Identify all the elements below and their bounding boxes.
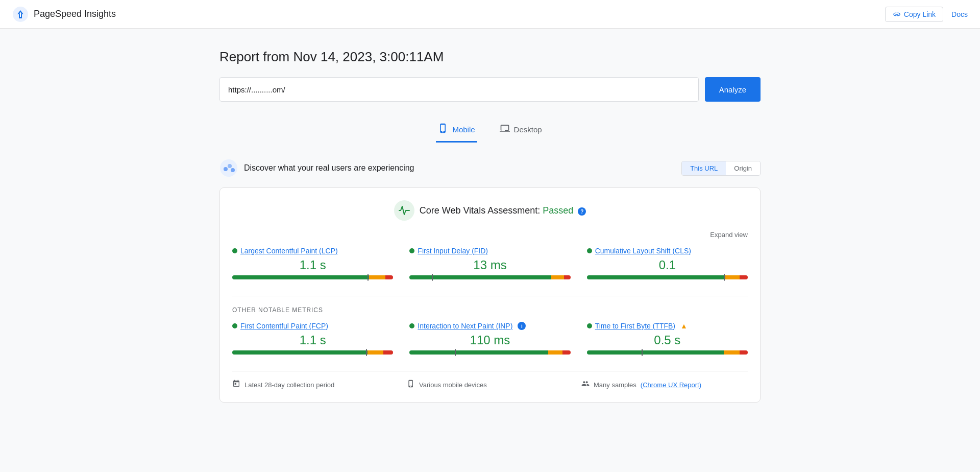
metric-fcp-name[interactable]: First Contentful Paint (FCP) (240, 322, 328, 330)
tab-desktop-label: Desktop (514, 125, 542, 134)
metric-cls-dot (587, 248, 592, 253)
metric-inp-bar (409, 350, 570, 355)
footer-samples-link[interactable]: (Chrome UX Report) (641, 381, 701, 389)
footer-samples: Many samples(Chrome UX Report) (581, 380, 748, 390)
expand-view[interactable]: Expand view (232, 231, 748, 239)
footer-devices-icon (407, 380, 415, 390)
pulse-icon (398, 204, 410, 217)
metric-ttfb-bar-good (587, 350, 724, 355)
view-tabs: Mobile Desktop (219, 118, 761, 143)
metric-fcp-bar-container (232, 350, 393, 355)
metric-cls-value: 0.1 (587, 258, 748, 272)
svg-point-2 (224, 167, 228, 171)
metric-fcp-bar-needs (368, 350, 384, 355)
metric-fid-bar (409, 275, 570, 279)
metric-fid-name[interactable]: First Input Delay (FID) (418, 247, 488, 255)
header-left: PageSpeed Insights (12, 6, 116, 22)
metric-inp-name[interactable]: Interaction to Next Paint (INP) (418, 322, 512, 330)
footer-info: Latest 28-day collection periodVarious m… (232, 371, 748, 390)
metric-inp-bar-needs (548, 350, 562, 355)
app-header: PageSpeed Insights Copy Link Docs (0, 0, 980, 29)
metric-fid-dot (409, 248, 414, 253)
assessment-info-icon[interactable]: ? (578, 207, 586, 216)
metric-fid-bar-container (409, 275, 570, 279)
metric-cls-name[interactable]: Cumulative Layout Shift (CLS) (595, 247, 691, 255)
metric-lcp-bar-container (232, 275, 393, 279)
metric-lcp-value: 1.1 s (232, 258, 393, 272)
svg-point-1 (220, 159, 237, 177)
metric-lcp-bar-poor (385, 275, 394, 279)
metric-inp-dot (409, 323, 414, 328)
footer-collection-text: Latest 28-day collection period (244, 381, 334, 389)
metrics-divider (232, 296, 748, 296)
other-metrics-label: OTHER NOTABLE METRICS (232, 306, 748, 314)
metric-fcp: First Contentful Paint (FCP)1.1 s (232, 322, 393, 355)
metric-lcp-bar (232, 275, 393, 279)
metric-fid: First Input Delay (FID)13 ms (409, 247, 570, 279)
metric-fcp-bar-poor (383, 350, 393, 355)
metric-lcp-name[interactable]: Largest Contentful Paint (LCP) (240, 247, 338, 255)
metric-fid-bar-poor (564, 275, 571, 279)
metric-cls-bar-poor (740, 275, 748, 279)
metric-ttfb-bar-container (587, 350, 748, 355)
metric-ttfb-bar-needs (724, 350, 740, 355)
footer-collection-icon (232, 380, 240, 390)
tab-desktop[interactable]: Desktop (498, 118, 544, 143)
report-date: Report from Nov 14, 2023, 3:00:11AM (219, 49, 761, 65)
metric-lcp-dot (232, 248, 237, 253)
desktop-icon (500, 123, 510, 136)
svg-point-4 (231, 168, 235, 172)
metric-ttfb-dot (587, 323, 592, 328)
cwv-section: Core Web Vitals Assessment: Passed ? Exp… (219, 187, 761, 403)
tab-mobile[interactable]: Mobile (436, 118, 477, 143)
metric-ttfb-value: 0.5 s (587, 333, 748, 347)
svg-point-3 (228, 164, 232, 168)
assessment-icon (394, 200, 414, 221)
main-content: Report from Nov 14, 2023, 3:00:11AM Anal… (209, 29, 771, 423)
metric-cls-bar-needs (725, 275, 740, 279)
metric-ttfb-name[interactable]: Time to First Byte (TTFB) (595, 322, 675, 330)
expand-view-label: Expand view (710, 231, 748, 239)
metric-cls-bar-marker (724, 274, 725, 281)
metric-lcp-label-row: Largest Contentful Paint (LCP) (232, 247, 393, 255)
docs-link[interactable]: Docs (951, 10, 968, 18)
analyze-button[interactable]: Analyze (705, 77, 761, 102)
discover-bar: Discover what your real users are experi… (219, 159, 761, 177)
metric-fid-value: 13 ms (409, 258, 570, 272)
metric-inp-label-row: Interaction to Next Paint (INP)i (409, 322, 570, 330)
footer-collection: Latest 28-day collection period (232, 380, 399, 390)
metric-fcp-bar-marker (366, 349, 367, 356)
metric-inp-bar-container (409, 350, 570, 355)
footer-samples-icon (581, 380, 590, 390)
footer-devices-text: Various mobile devices (419, 381, 487, 389)
metric-ttfb-label-row: Time to First Byte (TTFB)▲ (587, 322, 748, 330)
metric-ttfb-bar-poor (740, 350, 748, 355)
metric-inp-value: 110 ms (409, 333, 570, 347)
metric-fcp-bar-good (232, 350, 368, 355)
core-metrics-grid: Largest Contentful Paint (LCP)1.1 sFirst… (232, 247, 748, 279)
assessment-status: Passed (543, 205, 573, 216)
metric-fcp-label-row: First Contentful Paint (FCP) (232, 322, 393, 330)
footer-devices: Various mobile devices (407, 380, 573, 390)
copy-link-button[interactable]: Copy Link (885, 7, 943, 22)
url-input[interactable] (219, 77, 699, 102)
metric-fid-label-row: First Input Delay (FID) (409, 247, 570, 255)
metric-cls-bar-good (587, 275, 725, 279)
assessment-header: Core Web Vitals Assessment: Passed ? (232, 200, 748, 221)
metric-fid-bar-needs (551, 275, 564, 279)
metric-fid-bar-good (409, 275, 551, 279)
metric-ttfb: Time to First Byte (TTFB)▲0.5 s (587, 322, 748, 355)
metric-inp-info-icon[interactable]: i (518, 322, 526, 330)
assessment-label: Core Web Vitals Assessment: (420, 205, 540, 216)
crux-icon (219, 159, 238, 177)
url-row: Analyze (219, 77, 761, 102)
mobile-icon (438, 123, 448, 136)
metric-lcp-bar-marker (368, 274, 369, 281)
origin-button[interactable]: Origin (726, 161, 760, 175)
metric-cls: Cumulative Layout Shift (CLS)0.1 (587, 247, 748, 279)
metric-lcp-bar-needs (369, 275, 385, 279)
assessment-text: Core Web Vitals Assessment: Passed ? (420, 205, 586, 216)
footer-samples-text: Many samples (594, 381, 636, 389)
this-url-button[interactable]: This URL (682, 161, 726, 175)
metric-cls-bar-container (587, 275, 748, 279)
